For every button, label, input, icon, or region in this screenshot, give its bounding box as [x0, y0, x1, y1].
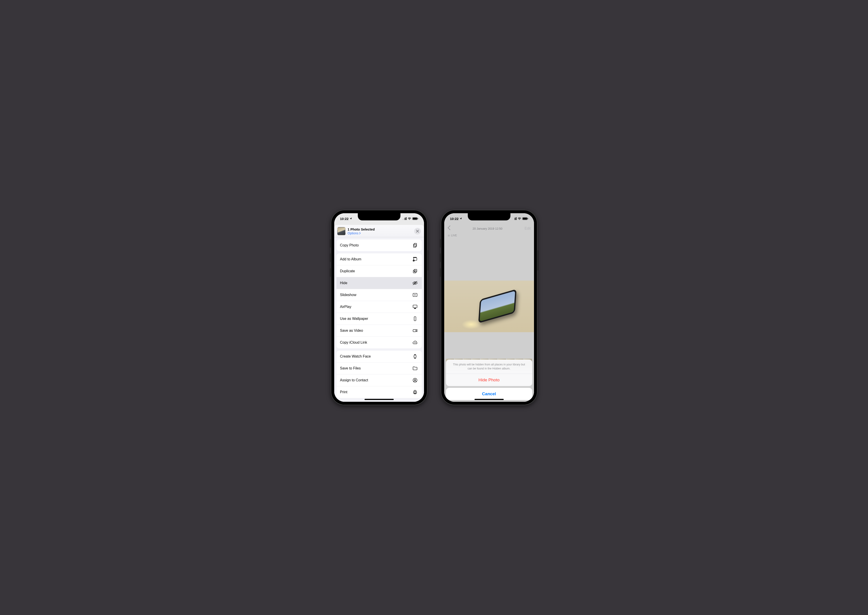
eye-slash-icon: [412, 280, 418, 286]
close-button[interactable]: [414, 228, 421, 234]
person-circle-icon: [412, 377, 418, 383]
share-sheet-header: 1 Photo Selected Options: [334, 225, 424, 237]
action-copy_photo[interactable]: Copy Photo: [336, 239, 422, 251]
battery-icon: [412, 217, 418, 220]
action-label: Hide: [340, 281, 348, 285]
share-options-button[interactable]: Options: [348, 231, 412, 235]
live-photo-badge: LIVE: [447, 234, 457, 237]
svg-rect-19: [414, 355, 416, 358]
action-icloud_link[interactable]: Copy iCloud Link: [336, 337, 422, 348]
action-airplay[interactable]: AirPlay: [336, 301, 422, 313]
phone-right: 10:22: [441, 210, 537, 405]
svg-rect-7: [414, 243, 417, 247]
svg-rect-16: [413, 305, 417, 308]
svg-rect-28: [516, 217, 517, 220]
action-watch_face[interactable]: Create Watch Face: [336, 351, 422, 362]
home-indicator[interactable]: [365, 399, 394, 400]
cellular-icon: [403, 217, 406, 220]
svg-rect-23: [414, 390, 416, 392]
edit-button[interactable]: Edit: [525, 226, 531, 231]
status-time: 10:22: [450, 217, 459, 221]
play-rect-icon: [412, 292, 418, 298]
action-save_files[interactable]: Save to Files: [336, 362, 422, 375]
status-time: 10:22: [340, 217, 348, 221]
action-label: Add to Album: [340, 257, 361, 261]
cancel-button[interactable]: Cancel: [446, 388, 532, 400]
action-sheet-message: This photo will be hidden from all place…: [446, 360, 532, 374]
watch-icon: [412, 353, 418, 360]
svg-rect-5: [413, 218, 417, 220]
svg-rect-22: [414, 392, 417, 393]
notch: [358, 213, 400, 220]
action-print[interactable]: Print: [336, 386, 422, 398]
action-label: Use as Wallpaper: [340, 317, 368, 321]
share-actions-list[interactable]: Copy PhotoAdd to AlbumDuplicateHideSlide…: [334, 237, 424, 402]
action-label: Copy iCloud Link: [340, 340, 367, 345]
close-icon: [416, 229, 419, 233]
live-label: LIVE: [451, 234, 457, 237]
svg-rect-1: [404, 219, 404, 220]
chevron-right-icon: [359, 231, 361, 235]
chevron-left-icon: [447, 225, 451, 230]
svg-rect-0: [403, 219, 403, 220]
svg-rect-6: [417, 218, 418, 219]
cellular-icon: [512, 217, 517, 220]
share-options-label: Options: [348, 231, 359, 235]
svg-point-33: [448, 234, 450, 236]
airplay-icon: [412, 304, 418, 310]
nav-bar: 20 January 2019 12:50 Edit: [444, 224, 534, 233]
action-label: AirPlay: [340, 305, 351, 309]
back-button[interactable]: [447, 225, 451, 232]
folder-icon: [412, 365, 418, 371]
action-add_to_album[interactable]: Add to Album: [336, 253, 422, 265]
live-icon: [447, 234, 450, 237]
svg-rect-30: [523, 218, 527, 220]
svg-rect-27: [515, 218, 515, 220]
photo-content[interactable]: [444, 281, 534, 332]
action-assign_contact[interactable]: Assign to Contact: [336, 375, 422, 386]
action-label: Save to Files: [340, 366, 361, 370]
hide-photo-button[interactable]: Hide Photo: [446, 374, 532, 386]
action-save_video[interactable]: Save as Video: [336, 325, 422, 337]
copy-icon: [412, 242, 418, 248]
printer-icon: [412, 389, 418, 395]
action-label: Copy Photo: [340, 243, 359, 247]
share-sheet: 1 Photo Selected Options Copy PhotoAdd t…: [334, 225, 424, 402]
svg-rect-2: [405, 218, 405, 220]
svg-rect-25: [512, 219, 513, 220]
battery-icon: [522, 217, 528, 220]
notch: [468, 213, 510, 220]
svg-rect-26: [514, 219, 514, 220]
phone-rect-icon: [412, 315, 418, 322]
video-icon: [412, 328, 418, 334]
action-slideshow[interactable]: Slideshow: [336, 289, 422, 301]
wifi-icon: [407, 217, 411, 220]
action-group: Add to AlbumDuplicateHideSlideshowAirPla…: [336, 253, 422, 348]
selected-photo-thumbnail[interactable]: [337, 227, 345, 235]
action-label: Assign to Contact: [340, 378, 368, 382]
location-icon: [459, 217, 462, 221]
action-wallpaper[interactable]: Use as Wallpaper: [336, 313, 422, 325]
action-label: Print: [340, 390, 348, 394]
phone-left: 10:22 1 Pho: [331, 210, 428, 405]
duplicate-icon: [412, 268, 418, 274]
action-hide[interactable]: Hide: [336, 277, 422, 289]
action-duplicate[interactable]: Duplicate: [336, 265, 422, 277]
album-add-icon: [412, 256, 418, 262]
svg-rect-17: [414, 317, 416, 321]
action-label: Duplicate: [340, 269, 355, 273]
cloud-link-icon: [412, 339, 418, 346]
action-label: Slideshow: [340, 293, 356, 297]
photo-date-title: 20 January 2019 12:50: [473, 227, 502, 230]
wifi-icon: [518, 217, 521, 220]
svg-rect-10: [413, 257, 416, 258]
home-indicator[interactable]: [475, 399, 504, 400]
action-label: Save as Video: [340, 329, 363, 332]
action-label: Create Watch Face: [340, 354, 371, 359]
svg-rect-31: [528, 218, 528, 219]
svg-rect-8: [414, 244, 416, 247]
action-group: Copy Photo: [336, 239, 422, 251]
action-sheet: This photo will be hidden from all place…: [446, 360, 532, 400]
svg-rect-3: [406, 217, 406, 220]
location-icon: [350, 217, 352, 221]
